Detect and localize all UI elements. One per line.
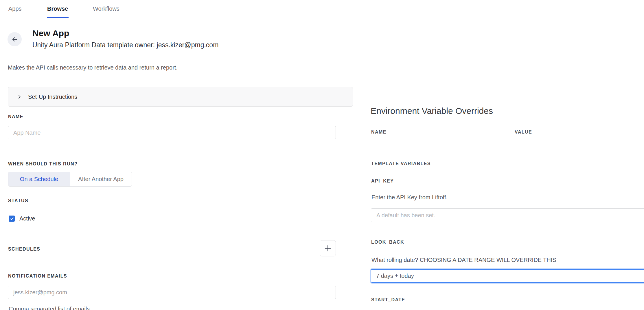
tab-browse[interactable]: Browse — [47, 0, 68, 18]
active-checkbox[interactable] — [9, 216, 15, 222]
notification-emails-label: NOTIFICATION EMAILS — [8, 273, 67, 279]
status-label: STATUS — [8, 198, 28, 203]
env-name-column-header: NAME — [371, 130, 387, 135]
app-description: Makes the API calls necessary to retriev… — [8, 64, 178, 71]
tab-apps[interactable]: Apps — [8, 0, 22, 18]
var-api-key-input[interactable] — [371, 208, 644, 222]
new-app-page: Apps Browse Workflows New App Unity Aura… — [0, 0, 644, 310]
active-tab-underline — [47, 17, 69, 18]
page-subtitle: Unity Aura Platform Data template owner:… — [32, 41, 218, 49]
run-timing-label: WHEN SHOULD THIS RUN? — [8, 161, 78, 167]
schedules-label: SCHEDULES — [8, 247, 40, 252]
run-option-after-another-app[interactable]: After Another App — [70, 172, 132, 186]
env-overrides-title: Environment Variable Overrides — [371, 106, 493, 116]
var-api-key-label: API_KEY — [371, 178, 394, 184]
active-checkbox-label: Active — [19, 215, 35, 222]
arrow-left-icon — [11, 36, 18, 43]
active-checkbox-row: Active — [9, 215, 35, 222]
var-start-date-label: START_DATE — [371, 297, 405, 302]
back-button[interactable] — [8, 32, 22, 46]
var-api-key-description: Enter the API Key from Liftoff. — [371, 194, 448, 201]
run-timing-toggle: On a Schedule After Another App — [8, 172, 132, 187]
plus-icon — [324, 244, 332, 252]
emails-help-text: Comma separated list of emails — [9, 306, 90, 310]
env-value-column-header: VALUE — [515, 130, 532, 135]
tab-workflows[interactable]: Workflows — [93, 0, 119, 18]
var-look-back-description: What rolling date? CHOOSING A DATE RANGE… — [371, 257, 556, 263]
run-option-on-a-schedule[interactable]: On a Schedule — [8, 172, 70, 186]
setup-instructions-label: Set-Up Instructions — [28, 94, 77, 100]
add-schedule-button[interactable] — [320, 240, 336, 256]
template-variables-label: TEMPLATE VARIABLES — [371, 161, 431, 166]
var-look-back-label: LOOK_BACK — [371, 240, 404, 245]
name-label: NAME — [8, 114, 23, 119]
notification-emails-input[interactable] — [8, 286, 336, 299]
app-name-input[interactable] — [8, 126, 336, 139]
page-title: New App — [32, 28, 69, 38]
top-nav: Apps Browse Workflows — [0, 0, 644, 18]
setup-instructions-accordion[interactable]: Set-Up Instructions — [8, 87, 353, 107]
var-look-back-select[interactable]: 7 days + today — [371, 269, 644, 283]
chevron-right-icon — [17, 94, 22, 99]
check-icon — [10, 217, 14, 221]
